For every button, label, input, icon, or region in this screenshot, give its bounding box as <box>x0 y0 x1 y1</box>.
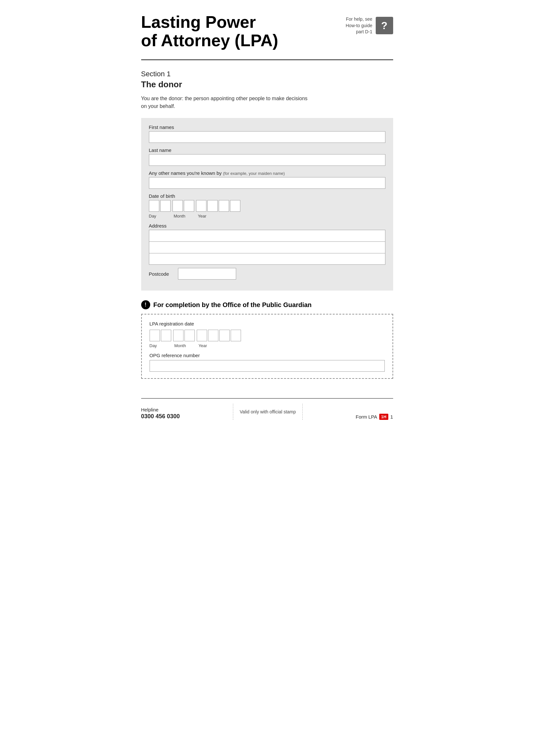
postcode-input[interactable] <box>178 268 236 280</box>
dob-year-cell-3[interactable] <box>219 200 229 212</box>
footer-divider-left <box>233 404 233 420</box>
helpline-label: Helpline <box>141 407 180 413</box>
opg-year-cell-4[interactable] <box>231 330 241 341</box>
footer-divider-right <box>302 404 303 420</box>
dob-year-cell-4[interactable] <box>230 200 240 212</box>
first-names-label: First names <box>149 124 385 130</box>
page-number: 1 <box>390 414 393 419</box>
other-names-group: Any other names you're known by (for exa… <box>149 170 385 189</box>
opg-year-cell-1[interactable] <box>197 330 207 341</box>
opg-ref-label: OPG reference number <box>150 353 385 358</box>
opg-day-cell-2[interactable] <box>161 330 171 341</box>
opg-dashed-box: LPA registration date Day Month Year OPG <box>141 314 393 379</box>
dob-day-cell-2[interactable] <box>160 200 170 212</box>
opg-year-label: Year <box>197 343 230 348</box>
footer-helpline: Helpline 0300 456 0300 <box>141 407 180 420</box>
help-text-line3: part D-1 <box>346 29 372 35</box>
dob-year-label: Year <box>197 214 229 219</box>
address-line-1[interactable] <box>149 230 385 241</box>
section-description: You are the donor: the person appointing… <box>141 95 393 110</box>
last-name-group: Last name <box>149 148 385 166</box>
opg-date-inputs <box>150 330 385 341</box>
help-badge: ? <box>376 17 393 34</box>
dob-label: Date of birth <box>149 193 385 199</box>
dob-day-cell-1[interactable] <box>149 200 159 212</box>
postcode-label: Postcode <box>149 271 175 277</box>
help-text-line2: How-to guide <box>346 23 372 29</box>
other-names-input[interactable] <box>149 177 385 189</box>
page-header: Lasting Power of Attorney (LPA) For help… <box>141 13 393 50</box>
opg-month-box <box>173 330 195 341</box>
page-footer: Helpline 0300 456 0300 Valid only with o… <box>141 398 393 420</box>
dob-year-cell-1[interactable] <box>196 200 206 212</box>
last-name-input[interactable] <box>149 154 385 166</box>
opg-year-cell-3[interactable] <box>219 330 230 341</box>
main-title: Lasting Power of Attorney (LPA) <box>141 13 278 50</box>
opg-month-cell-2[interactable] <box>185 330 195 341</box>
section-label: Section 1 <box>141 70 393 78</box>
section-title: The donor <box>141 79 393 90</box>
opg-day-label: Day <box>150 343 171 348</box>
help-text-line1: For help, see <box>346 16 372 23</box>
opg-date-labels: Day Month Year <box>150 343 385 348</box>
dob-inputs-row <box>149 200 385 212</box>
opg-day-cell-1[interactable] <box>150 330 160 341</box>
help-block: For help, see How-to guide part D-1 ? <box>346 16 393 35</box>
opg-month-cell-1[interactable] <box>173 330 184 341</box>
dob-month-label: Month <box>172 214 195 219</box>
footer-stamp-text: Valid only with official stamp <box>240 409 296 414</box>
dob-year-cell-2[interactable] <box>207 200 218 212</box>
opg-section: ! For completion by the Office of the Pu… <box>141 300 393 379</box>
helpline-number: 0300 456 0300 <box>141 413 180 420</box>
first-names-group: First names <box>149 124 385 143</box>
opg-ref-input[interactable] <box>150 360 385 372</box>
dob-month-box <box>172 200 194 212</box>
postcode-row: Postcode <box>149 268 385 280</box>
opg-year-cell-2[interactable] <box>208 330 218 341</box>
dob-day-box <box>149 200 170 212</box>
dob-year-box <box>196 200 240 212</box>
dob-month-cell-1[interactable] <box>172 200 183 212</box>
opg-reg-date-label: LPA registration date <box>150 321 385 326</box>
other-names-label: Any other names you're known by (for exa… <box>149 170 385 176</box>
donor-form-panel: First names Last name Any other names yo… <box>141 118 393 290</box>
address-group: Address Postcode <box>149 223 385 280</box>
last-name-label: Last name <box>149 148 385 153</box>
form-badge: 1H <box>379 414 389 420</box>
form-label: Form LPA <box>356 414 377 419</box>
opg-title: For completion by the Office of the Publ… <box>153 301 312 309</box>
dob-group: Date of birth Day Month Year <box>149 193 385 219</box>
address-label: Address <box>149 223 385 229</box>
opg-header: ! For completion by the Office of the Pu… <box>141 300 393 309</box>
address-line-2[interactable] <box>149 241 385 253</box>
first-names-input[interactable] <box>149 131 385 143</box>
opg-month-label: Month <box>173 343 195 348</box>
dob-labels-row: Day Month Year <box>149 214 385 219</box>
header-divider <box>141 60 393 60</box>
dob-day-label: Day <box>149 214 170 219</box>
dob-month-cell-2[interactable] <box>184 200 194 212</box>
footer-form-info: Form LPA 1H 1 <box>356 414 393 420</box>
opg-day-box <box>150 330 171 341</box>
address-line-3[interactable] <box>149 253 385 265</box>
title-block: Lasting Power of Attorney (LPA) <box>141 13 278 50</box>
address-lines <box>149 230 385 265</box>
info-icon: ! <box>141 300 150 309</box>
opg-year-box <box>197 330 241 341</box>
